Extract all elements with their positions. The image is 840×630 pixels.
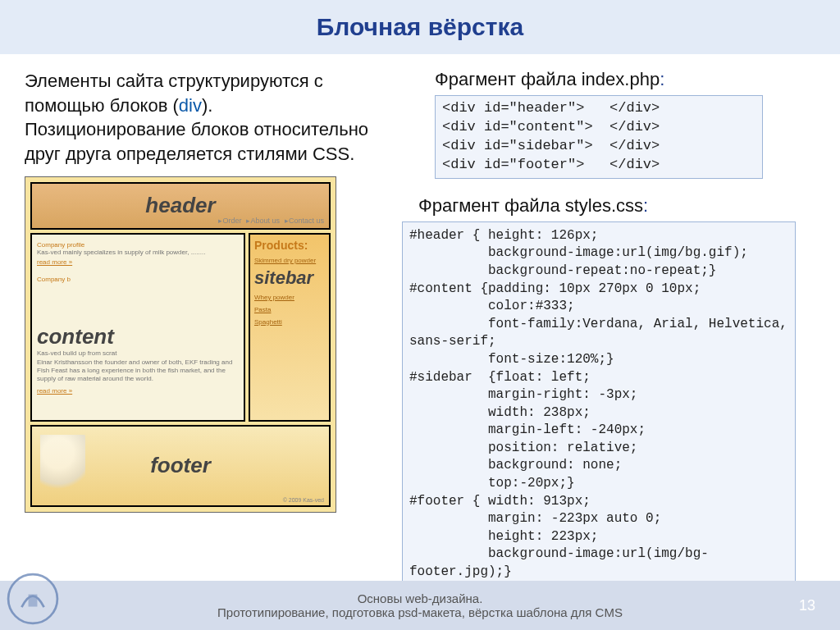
mockup-content-label: content xyxy=(37,324,239,349)
snippet1-colon: : xyxy=(660,69,664,89)
mockup-content-text2a: Kas-ved build up from scrat xyxy=(37,349,239,358)
mockup-footer-block: footer © 2009 Kas-ved xyxy=(30,425,331,507)
intro-keyword: div xyxy=(179,95,202,116)
snippet2-title-text: Фрагмент файла styles.css xyxy=(418,195,643,216)
mockup-content-block: Company profile Kas-ved mainly specializ… xyxy=(30,233,245,422)
snippet2-colon: : xyxy=(643,195,648,216)
mockup-middle-row: Company profile Kas-ved mainly specializ… xyxy=(30,233,331,422)
mockup-content-heading2: Company b xyxy=(37,276,239,283)
mockup-sidebar-item: Spaghetti xyxy=(254,318,325,326)
mockup-sidebar-item: Skimmed dry powder xyxy=(254,257,325,264)
page-number: 13 xyxy=(799,597,815,614)
mockup-nav: ▸Order ▸About us ▸Contact us xyxy=(218,217,324,225)
left-column: Элементы сайта структурируются с помощью… xyxy=(25,69,377,587)
mockup-sidebar-block: Products: Skimmed dry powder sitebar Whe… xyxy=(249,233,331,422)
snippet2-title: Фрагмент файла styles.css: xyxy=(418,195,824,217)
mockup-header-block: header ▸Order ▸About us ▸Contact us xyxy=(30,182,331,230)
snippet1-code: <div id="header"> </div> <div id="conten… xyxy=(435,95,763,179)
svg-rect-1 xyxy=(29,595,38,607)
slide-footer: Основы web-дизайна. Прототипирование, по… xyxy=(0,581,840,630)
mockup-sidebar-heading: Products: xyxy=(254,239,325,252)
intro-text-prefix: Элементы сайта структурируются с помощью… xyxy=(25,71,323,116)
footer-line2: Прототипирование, подготовка psd-макета,… xyxy=(217,605,623,619)
mockup-header-label: header xyxy=(145,193,215,218)
intro-paragraph: Элементы сайта структурируются с помощью… xyxy=(25,69,377,167)
mockup-readmore2: read more » xyxy=(37,387,239,395)
footer-line1: Основы web-дизайна. xyxy=(358,591,483,605)
mockup-nav-item: ▸Contact us xyxy=(285,217,324,225)
mockup-readmore: read more » xyxy=(37,258,239,266)
slide-body: Элементы сайта структурируются с помощью… xyxy=(0,54,840,596)
mockup-content-text2b: Einar Kristhansson the founder and owner… xyxy=(37,358,239,384)
mockup-sidebar-item: Whey powder xyxy=(254,294,325,301)
mockup-content-text: Kas-ved mainly specializes in supply of … xyxy=(37,249,239,257)
mockup-sidebar-item: Pasta xyxy=(254,306,325,313)
snippet2-code: #header { height: 126px; background-imag… xyxy=(402,221,796,587)
university-logo-icon xyxy=(5,571,61,627)
right-column: Фрагмент файла index.php: <div id="heade… xyxy=(402,69,824,587)
mockup-footer-copy: © 2009 Kas-ved xyxy=(283,497,324,503)
mockup-nav-item: ▸Order xyxy=(218,217,241,225)
layout-mockup: header ▸Order ▸About us ▸Contact us Comp… xyxy=(25,176,336,513)
slide-title: Блочная вёрстка xyxy=(317,13,523,41)
mockup-content-heading: Company profile xyxy=(37,241,239,249)
snippet1-title-text: Фрагмент файла index.php xyxy=(435,69,660,89)
mockup-sidebar-label: sitebar xyxy=(254,267,325,289)
slide-title-bar: Блочная вёрстка xyxy=(0,0,840,54)
mockup-footer-label: footer xyxy=(150,453,211,478)
snippet1-title: Фрагмент файла index.php: xyxy=(435,69,824,90)
mockup-nav-item: ▸About us xyxy=(246,217,280,225)
